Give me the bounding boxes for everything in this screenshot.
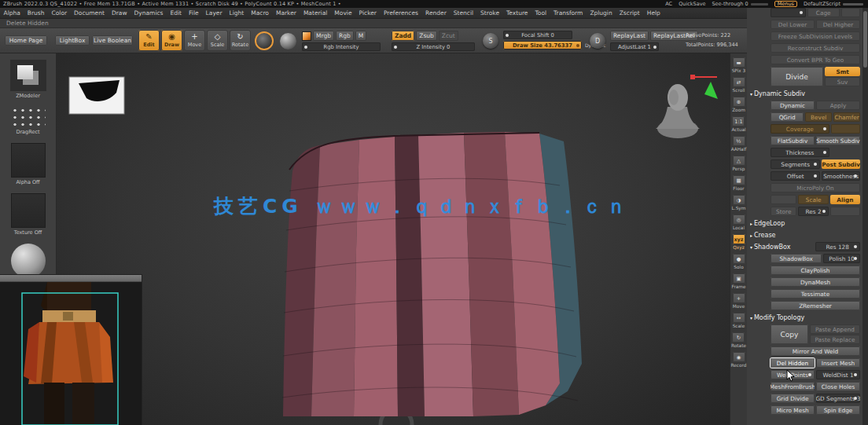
dynamic-brush-button[interactable]: D [590,33,605,49]
convert-bpr-to-geo-button[interactable]: Convert BPR To Geo [771,55,860,64]
menu-item[interactable]: Color [48,9,71,16]
menu-item[interactable]: Help [643,9,664,16]
see-through-slider[interactable]: See-through 0 [712,1,767,7]
mode-button[interactable]: + Move [184,30,205,51]
paint-mode-button[interactable]: Mrgb [313,31,334,41]
right-shelf-button[interactable]: ◑ L.Sym [732,195,746,211]
axis-gizmo[interactable] [690,75,718,99]
material-thumbnail[interactable] [280,33,296,49]
adjust-last-slider[interactable]: AdjustLast 1 [610,42,659,51]
panel-item-button[interactable]: Paste AppendPaste Replace [810,324,860,344]
shadowbox-section[interactable]: ShadowBox [750,242,814,251]
menu-item[interactable]: Picker [355,9,380,16]
sculptris-pro-button[interactable]: S [483,33,498,49]
brush-preview-icon[interactable] [255,31,274,50]
smooth-subdiv-button[interactable]: Smooth Subdiv [816,136,860,145]
spin-edge-button[interactable]: Spin Edge [816,405,860,415]
menu-item[interactable]: Light [226,9,248,16]
menu-item[interactable]: Material [300,9,330,16]
flatsubdiv-button[interactable]: FlatSubdiv [771,136,815,145]
offset-slider[interactable]: Offset [771,171,820,181]
coverage-slider[interactable]: Coverage [771,124,829,134]
menu-item[interactable]: Stencil [450,9,476,16]
copy-button[interactable]: Copy [771,324,808,344]
cage-button[interactable]: Cage [807,8,840,17]
right-shelf-button[interactable]: ↻ Rotate [731,332,746,348]
left-shelf-item[interactable]: ZModeler [0,60,56,99]
menu-item[interactable]: Texture [503,9,531,16]
menu-item[interactable]: Render [422,9,451,16]
micro-mesh-button[interactable]: Micro Mesh [771,405,815,415]
menu-item[interactable]: Edit [167,9,186,16]
right-shelf-button[interactable]: ⇄ Scroll [733,77,745,93]
right-shelf-button[interactable]: ◉ Record [730,352,746,368]
rgb-intensity-slider[interactable]: Rgb Intensity [302,42,381,51]
menu-item[interactable]: Document [71,9,108,16]
zremesher-button[interactable]: ZRemesher [771,301,860,310]
bevel-button[interactable]: Bevel [805,112,832,122]
scale-button[interactable]: Scale [798,195,828,204]
paste-replace-button[interactable]: Paste Replace [810,335,860,344]
meshfrombrush-button[interactable]: MeshFromBrush [771,382,815,391]
modify-topology-section[interactable]: Modify Topology [750,313,860,322]
scrollbar-thumb[interactable] [863,11,867,68]
align-button[interactable]: Align [830,195,860,204]
segments-slider[interactable]: Segments [771,159,820,169]
menu-item[interactable]: Tool [531,9,550,16]
focal-shift-slider[interactable]: Focal Shift 0 [503,31,572,39]
menu-item[interactable]: Stroke [477,9,503,16]
suv-button[interactable]: Suv [825,77,860,86]
right-shelf-button[interactable]: ↔ Scale [733,313,745,328]
menu-item[interactable]: Transform [550,9,587,16]
panel-item-button[interactable] [841,8,860,17]
dynamesh-button[interactable]: DynaMesh [771,277,860,287]
left-shelf-item[interactable]: Texture Off [0,193,56,236]
mirror-and-weld-button[interactable]: Mirror And Weld [771,346,860,356]
lightbox-button[interactable]: LightBox [55,35,90,46]
gradient-swatch[interactable] [302,31,311,41]
paint-mode-button[interactable]: Rgb [336,31,354,41]
menu-item[interactable]: Macro [248,9,273,16]
dynamic-button[interactable]: Dynamic [771,101,815,110]
mode-button[interactable]: ◉ Draw [161,30,182,51]
reconstruct-subdiv-button[interactable]: Reconstruct Subdiv [771,43,860,53]
right-shelf-button[interactable]: △ Persp [733,156,745,171]
right-shelf-button[interactable]: ▣ Frame [731,273,745,289]
panel-item-button[interactable] [771,195,796,204]
gd-segments-3-slider[interactable]: GD Segments 3 [816,394,860,403]
del-lower-button[interactable]: Del Lower [771,20,815,29]
menu-item[interactable]: Alpha [0,9,24,16]
divide-button[interactable]: Divide [771,67,823,86]
menu-item[interactable]: Movie [331,9,355,16]
polish-10-slider[interactable]: Polish 10 [823,254,860,263]
weldpoints-button[interactable]: WeldPoints [771,370,815,379]
qgrid-button[interactable]: QGrid [771,112,804,122]
res-128-slider[interactable]: Res 128 [815,242,861,251]
right-shelf-button[interactable]: ▬ SPix 3 [732,57,746,73]
smoothness-slider[interactable]: Smoothness [822,171,860,181]
sculpt-mode-button[interactable]: Zsub [416,31,437,41]
home-page-button[interactable]: Home Page [5,35,47,46]
scrollbar[interactable] [862,8,868,425]
thickness-slider[interactable]: Thickness [771,148,829,157]
claypolish-button[interactable]: ClayPolish [771,266,860,275]
panel-item-button[interactable] [830,207,860,216]
right-shelf-button[interactable]: ½ AAHalf [731,136,747,152]
mode-button[interactable]: ↻ Rotate [230,30,251,51]
panel-item-slider[interactable] [771,8,806,17]
reference-viewport[interactable] [0,275,142,425]
replay-last-button[interactable]: ReplayLast [610,31,649,41]
close-holes-button[interactable]: Close Holes [816,382,860,391]
insert-mesh-button[interactable]: Insert Mesh [816,358,860,368]
menus-button[interactable]: Menus [774,1,797,7]
chamfer-button[interactable]: Chamfer [833,112,860,122]
menu-item[interactable]: Zscript [616,9,643,16]
skirt-model[interactable] [282,132,582,416]
menu-item[interactable]: Zplugin [587,9,616,16]
crease-section[interactable]: Crease [750,230,860,240]
menu-item[interactable]: Brush [24,9,48,16]
right-shelf-button[interactable]: 1:1 Actual [731,116,745,132]
mode-button[interactable]: ✎ Edit [138,30,160,51]
tessimate-button[interactable]: Tessimate [771,289,860,299]
apply-button[interactable]: Apply [816,101,860,110]
